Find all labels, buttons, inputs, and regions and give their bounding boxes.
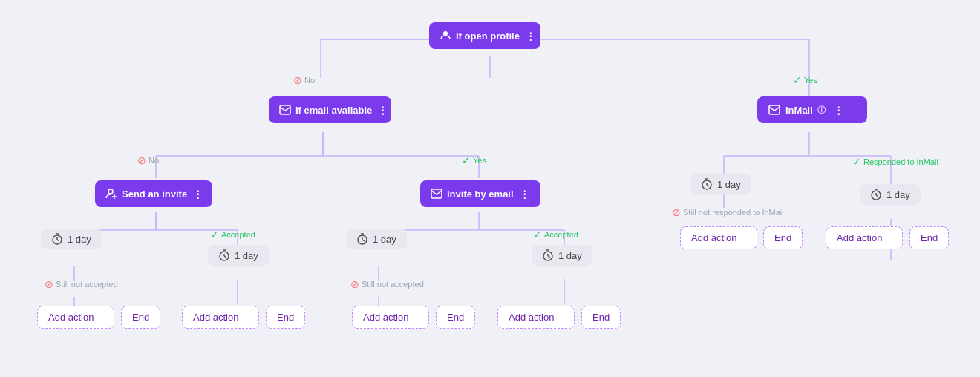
email-invite-icon (431, 187, 442, 200)
add-action-btn-2[interactable]: Add action (182, 306, 259, 329)
svg-line-48 (57, 240, 59, 241)
yes-icon-email: ✓ (462, 154, 471, 166)
svg-rect-45 (769, 105, 780, 114)
inmail-info: ⓘ (817, 105, 826, 116)
person-icon (440, 29, 451, 42)
svg-line-60 (548, 256, 550, 258)
add-action-btn-3[interactable]: Add action (352, 306, 429, 329)
root-node[interactable]: If open profile ⋮ (429, 22, 540, 49)
end-btn-6[interactable]: End (909, 226, 949, 249)
clock-icon-5 (701, 178, 713, 190)
clock-icon-6 (870, 188, 882, 200)
timer-4-day: 1 day (558, 250, 582, 261)
svg-line-56 (362, 240, 365, 241)
if-email-label: If email available (295, 105, 372, 116)
end-btn-4[interactable]: End (581, 306, 621, 329)
timer-inmail-right: 1 day (860, 184, 921, 205)
inmail-node[interactable]: InMail ⓘ ⋮ (757, 96, 867, 123)
send-invite-label: Send an invite (122, 188, 187, 200)
still-not-responded-label: ⊘ Still not responded to InMail (672, 206, 784, 218)
timer-email-left: 1 day (346, 229, 407, 249)
accepted-icon-email: ✓ (533, 229, 542, 240)
still-not-accepted-email: ⊘ Still not accepted (350, 278, 424, 290)
send-invite-node[interactable]: Send an invite ⋮ (95, 180, 212, 207)
add-action-btn-6[interactable]: Add action (826, 226, 903, 249)
no-icon: ⊘ (293, 74, 302, 86)
if-email-node[interactable]: If email available ⋮ (269, 96, 391, 123)
if-email-menu[interactable]: ⋮ (378, 102, 388, 117)
timer-2-day: 1 day (235, 250, 258, 261)
no-icon-accepted: ⊘ (45, 278, 53, 290)
invite-person-icon (105, 187, 117, 200)
inmail-menu[interactable]: ⋮ (832, 102, 846, 117)
svg-rect-40 (280, 105, 290, 114)
end-btn-1[interactable]: End (121, 306, 160, 329)
root-node-label: If open profile (456, 30, 520, 42)
timer-1-day: 1 day (68, 234, 91, 245)
clock-icon-4 (542, 249, 554, 261)
still-not-accepted-label: ⊘ Still not accepted (45, 278, 118, 290)
invite-email-label: Invite by email (447, 188, 514, 200)
inmail-icon (768, 103, 781, 117)
svg-point-41 (108, 189, 113, 194)
no-icon-email: ⊘ (137, 154, 146, 166)
yes-icon-inmail: ✓ (852, 156, 861, 168)
root-node-menu[interactable]: ⋮ (526, 28, 535, 43)
no-label-email: ⊘ No (137, 154, 159, 166)
workflow-canvas: If open profile ⋮ ⊘ No ✓ Yes If email av… (0, 0, 980, 377)
responded-label: ✓ Responded to InMail (852, 156, 938, 168)
svg-line-68 (876, 195, 878, 197)
no-icon-email-branch: ⊘ (350, 278, 359, 290)
no-icon-inmail: ⊘ (672, 206, 681, 218)
clock-icon-3 (356, 233, 368, 245)
svg-line-52 (224, 256, 226, 258)
accepted-label-invite: ✓ Accepted (210, 229, 255, 240)
svg-line-64 (707, 185, 709, 186)
timer-inmail-left: 1 day (690, 174, 751, 194)
timer-6-day: 1 day (886, 189, 910, 200)
accepted-icon: ✓ (210, 229, 219, 240)
timer-invite-right: 1 day (208, 245, 269, 266)
timer-5-day: 1 day (717, 179, 741, 190)
svg-rect-44 (431, 189, 442, 198)
yes-label-root: ✓ Yes (793, 74, 817, 86)
clock-icon-1 (51, 233, 63, 245)
end-btn-5[interactable]: End (763, 226, 803, 249)
invite-email-menu[interactable]: ⋮ (520, 186, 530, 201)
add-action-btn-4[interactable]: Add action (497, 306, 575, 329)
add-action-btn-5[interactable]: Add action (680, 226, 757, 249)
invite-email-node[interactable]: Invite by email ⋮ (420, 180, 540, 207)
end-btn-2[interactable]: End (266, 306, 305, 329)
accepted-label-email: ✓ Accepted (533, 229, 578, 240)
no-label-root: ⊘ No (293, 74, 315, 86)
send-invite-menu[interactable]: ⋮ (193, 186, 203, 201)
inmail-label: InMail (785, 105, 813, 116)
yes-label-email: ✓ Yes (462, 154, 486, 166)
svg-point-39 (443, 31, 448, 36)
timer-invite-left: 1 day (41, 229, 102, 249)
end-btn-3[interactable]: End (436, 306, 475, 329)
clock-icon-2 (218, 249, 230, 261)
yes-icon: ✓ (793, 74, 802, 86)
add-action-btn-1[interactable]: Add action (37, 306, 114, 329)
email-icon-if (279, 103, 291, 117)
timer-email-right: 1 day (532, 245, 592, 266)
timer-3-day: 1 day (373, 234, 396, 245)
